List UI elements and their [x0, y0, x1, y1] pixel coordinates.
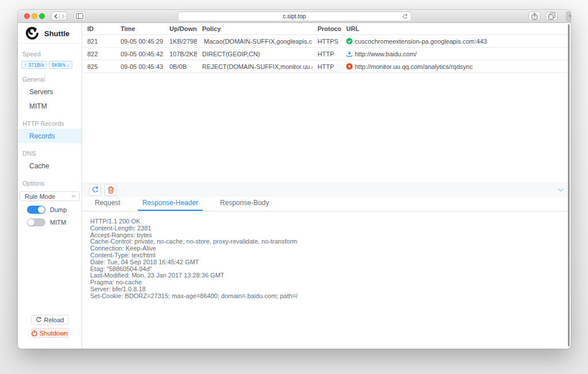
mode-select-value: Rule Mode: [25, 193, 55, 200]
back-icon: [54, 14, 57, 19]
tab-overview-icon: [548, 13, 555, 20]
col-header-protocol: Protocol: [312, 25, 341, 32]
sidebar-item-records[interactable]: Records: [18, 129, 82, 143]
shutdown-button-label: Shutdown: [40, 330, 68, 337]
cell-id: 825: [82, 63, 115, 70]
header-line: Server: bfe/1.0.8.18: [90, 286, 564, 293]
detail-toolbar: [82, 182, 571, 197]
section-label-general: General: [18, 69, 82, 84]
toggle-knob: [38, 206, 45, 213]
response-header-content: HTTP/1.1 200 OK Content-Length: 2381 Acc…: [82, 211, 571, 349]
cell-url-text: http://monitor.uu.qq.com/analytics/rqdsy…: [355, 63, 473, 70]
reload-button[interactable]: Reload: [31, 315, 69, 325]
cell-id: 821: [82, 38, 115, 45]
col-header-updown: Up/Down: [164, 25, 197, 32]
refresh-button[interactable]: [89, 184, 101, 196]
sidebar-item-mitm[interactable]: MITM: [18, 99, 82, 113]
table-row[interactable]: 822 09-05 00:45:42 107B/2KB DIRECT(GEOIP…: [82, 48, 571, 60]
sidebar-item-cache[interactable]: Cache: [18, 159, 82, 173]
sidebar-toggle-button[interactable]: [74, 11, 86, 21]
shuttle-logo-icon: [25, 26, 40, 41]
header-line: Set-Cookie: BDORZ=27315; max-age=86400; …: [90, 293, 564, 300]
cell-policy: Macao(DOMAIN-SUFFIX,googleapis.com): [197, 38, 312, 45]
mitm-toggle-row: MITM: [18, 214, 82, 226]
cell-id: 822: [82, 51, 115, 57]
toggle-knob: [28, 219, 34, 226]
dump-toggle[interactable]: [27, 206, 45, 214]
page-reload-icon: [402, 14, 408, 20]
browser-window: c.sipt.top + Shuttle S: [18, 10, 571, 349]
section-label-speed: Speed: [18, 44, 82, 59]
power-icon: [32, 330, 37, 336]
header-line: Date: Tue, 04 Sep 2018 16:45:42 GMT: [90, 259, 564, 266]
header-line: Cache-Control: private, no-cache, no-sto…: [90, 238, 564, 245]
cell-time: 09-05 00:45:29: [115, 38, 164, 45]
table-row[interactable]: 825 09-05 00:45:43 0B/0B REJECT(DOMAIN-S…: [82, 60, 571, 73]
scrollbar[interactable]: [568, 24, 570, 346]
header-line: Connection: Keep-Alive: [90, 245, 564, 252]
cell-policy-text: Macao(DOMAIN-SUFFIX,googleapis.com): [204, 38, 312, 45]
refresh-icon: [92, 186, 99, 193]
share-button[interactable]: [528, 11, 540, 21]
trash-icon: [107, 186, 114, 194]
delete-button[interactable]: [105, 184, 117, 196]
cell-protocol: HTTPS: [312, 38, 341, 45]
back-button[interactable]: [52, 12, 59, 20]
address-bar-url: c.sipt.top: [283, 13, 305, 20]
cell-time: 09-05 00:45:43: [115, 63, 164, 70]
mitm-toggle-label: MITM: [50, 219, 66, 226]
forward-button[interactable]: [59, 12, 67, 20]
cell-policy-text: REJECT(DOMAIN-SUFFIX,monitor.uu.qq.com): [202, 63, 312, 70]
app-title: Shuttle: [44, 29, 69, 38]
table-empty-area: [82, 73, 571, 182]
cell-url-text: http://www.baidu.com/: [355, 51, 417, 57]
mitm-toggle[interactable]: [27, 218, 45, 226]
tab-response-body[interactable]: Response-Body: [215, 199, 273, 211]
reload-button-label: Reload: [44, 317, 64, 323]
cell-policy-text: DIRECT(GEOIP,CN): [202, 51, 260, 57]
zoom-window-button[interactable]: [39, 13, 45, 19]
table-row[interactable]: 821 09-05 00:45:29 1KB/279B Macao(DOMAIN…: [82, 35, 571, 48]
tab-response-header[interactable]: Response-Header: [138, 199, 203, 211]
sidebar: Shuttle Speed ↑ 371B/s 5KB/s ↓ General S…: [18, 23, 82, 349]
page-body: Shuttle Speed ↑ 371B/s 5KB/s ↓ General S…: [18, 23, 571, 349]
cell-updown: 1KB/279B: [164, 38, 197, 45]
cell-time: 09-05 00:45:42: [115, 51, 164, 57]
chevron-down-icon: [71, 195, 76, 198]
col-header-time: Time: [115, 25, 164, 32]
success-icon: [346, 38, 353, 44]
sidebar-item-servers[interactable]: Servers: [18, 84, 82, 99]
detail-tabs: Request Response-Header Response-Body: [82, 197, 571, 211]
new-tab-button[interactable]: +: [566, 11, 571, 21]
titlebar-right-buttons: [528, 11, 558, 21]
col-header-url: URL: [341, 25, 571, 32]
dump-toggle-label: Dump: [50, 206, 67, 213]
cell-protocol: HTTP: [312, 51, 341, 57]
header-line: Content-Length: 2381: [90, 225, 564, 232]
tab-request[interactable]: Request: [90, 199, 125, 211]
collapse-panel-button[interactable]: [558, 188, 564, 192]
page-reload-button[interactable]: [402, 14, 408, 21]
cell-updown: 107B/2KB: [164, 51, 197, 57]
section-label-dns: DNS: [18, 143, 82, 159]
close-window-button[interactable]: [24, 13, 30, 19]
shutdown-button[interactable]: Shutdown: [31, 328, 69, 338]
error-icon: [346, 63, 353, 70]
browser-titlebar: c.sipt.top +: [18, 10, 571, 23]
col-header-policy: Policy: [197, 25, 312, 32]
records-panel: ID Time Up/Down Policy Protocol URL 821 …: [82, 23, 571, 349]
app-header: Shuttle: [18, 23, 82, 44]
cell-url-text: cuscochromeextension-pa.googleapis.com:4…: [355, 38, 487, 45]
header-line: HTTP/1.1 200 OK: [90, 218, 564, 225]
tab-overview-button[interactable]: [546, 11, 558, 21]
cell-url: cuscochromeextension-pa.googleapis.com:4…: [341, 38, 571, 45]
section-label-options: Options: [18, 173, 82, 188]
history-nav-buttons: [51, 11, 67, 21]
mode-select[interactable]: Rule Mode: [20, 191, 80, 201]
minimize-window-button[interactable]: [32, 13, 37, 19]
cell-url: http://www.baidu.com/: [341, 51, 571, 57]
address-bar[interactable]: c.sipt.top: [177, 11, 411, 21]
download-icon: [346, 51, 353, 57]
reload-icon: [36, 317, 42, 323]
cell-protocol: HTTP: [312, 63, 341, 70]
